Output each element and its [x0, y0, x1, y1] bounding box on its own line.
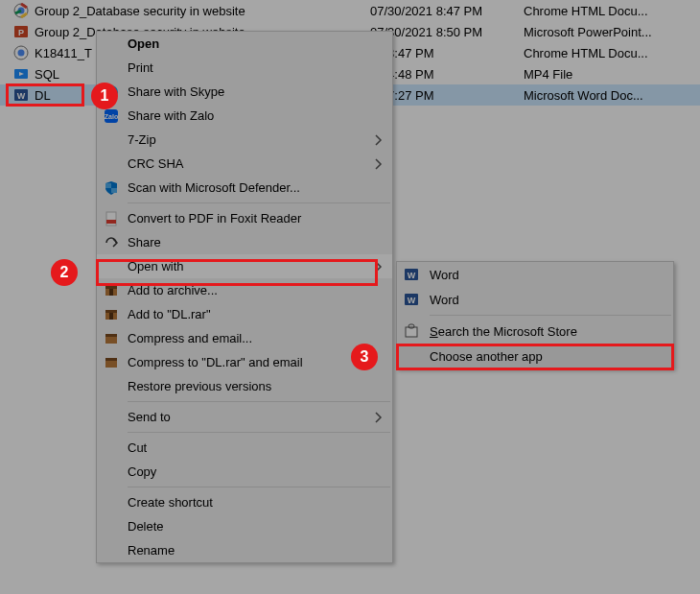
file-date: 21 7:27 PM	[370, 88, 524, 103]
file-type: Microsoft Word Doc...	[524, 88, 696, 103]
ctx-copy[interactable]: Copy	[97, 460, 392, 484]
file-type: MP4 File	[524, 67, 696, 82]
svg-rect-14	[105, 183, 111, 188]
winrar-icon	[103, 306, 120, 323]
file-size: 10	[696, 67, 700, 82]
separator	[128, 401, 390, 402]
share-icon	[103, 234, 120, 251]
file-type: Chrome HTML Docu...	[524, 4, 696, 18]
file-row[interactable]: Group 2_Database security in website 07/…	[0, 0, 700, 21]
context-menu: Open Print SShare with Skype ZaloShare w…	[96, 31, 393, 563]
winrar-icon	[103, 354, 120, 371]
svg-rect-23	[109, 313, 113, 320]
ctx-delete[interactable]: Delete	[97, 514, 392, 538]
video-icon	[13, 66, 29, 82]
winrar-icon	[103, 282, 120, 299]
svg-rect-20	[109, 289, 113, 296]
sub-word-2[interactable]: WWord	[397, 287, 673, 312]
ctx-print[interactable]: Print	[97, 56, 392, 80]
ctx-cut[interactable]: Cut	[97, 436, 392, 460]
ctx-restore[interactable]: Restore previous versions	[97, 374, 392, 398]
separator	[128, 202, 390, 203]
separator	[128, 487, 390, 487]
ctx-open-with[interactable]: Open with	[97, 254, 392, 278]
callout-3: 3	[351, 344, 378, 370]
ctx-compress-dlrar-email[interactable]: Compress to "DL.rar" and email	[97, 350, 392, 374]
svg-text:Zalo: Zalo	[105, 113, 118, 120]
ctx-share[interactable]: Share	[97, 230, 392, 254]
file-date: 07/30/2021 8:47 PM	[370, 4, 524, 18]
file-type: Microsoft PowerPoint...	[524, 25, 696, 39]
word-icon: W	[13, 87, 29, 103]
ctx-create-shortcut[interactable]: Create shortcut	[97, 490, 392, 514]
callout-2: 2	[51, 259, 78, 286]
ctx-7zip[interactable]: 7-Zip	[97, 128, 392, 152]
word-icon: W	[403, 266, 420, 283]
ctx-share-zalo[interactable]: ZaloShare with Zalo	[97, 104, 392, 128]
ctx-share-skype[interactable]: SShare with Skype	[97, 80, 392, 104]
pdf-icon	[103, 210, 120, 227]
ctx-compress-email[interactable]: Compress and email...	[97, 326, 392, 350]
svg-rect-25	[105, 334, 117, 337]
svg-rect-27	[105, 358, 117, 361]
ctx-convert-pdf[interactable]: Convert to PDF in Foxit Reader	[97, 206, 392, 230]
callout-1: 1	[91, 83, 118, 109]
open-with-submenu: WWord WWord Search the Microsoft Store C…	[396, 261, 674, 369]
ctx-add-archive[interactable]: Add to archive...	[97, 278, 392, 302]
word-icon: W	[403, 291, 420, 308]
ctx-add-dlrar[interactable]: Add to "DL.rar"	[97, 302, 392, 326]
svg-rect-17	[106, 220, 116, 224]
chevron-right-icon	[375, 158, 383, 170]
sub-search-store[interactable]: Search the Microsoft Store	[397, 319, 673, 344]
ctx-crcsha[interactable]: CRC SHA	[97, 152, 392, 176]
separator	[128, 432, 390, 433]
zalo-icon: Zalo	[103, 107, 120, 125]
chevron-right-icon	[375, 134, 383, 146]
svg-text:W: W	[17, 91, 26, 101]
sub-choose-another-app[interactable]: Choose another app	[397, 344, 673, 368]
winrar-icon	[103, 330, 120, 347]
file-type: Chrome HTML Docu...	[524, 46, 696, 60]
file-date: 21 8:47 PM	[370, 46, 524, 60]
file-name: Group 2_Database security in website	[35, 4, 370, 18]
store-icon	[403, 322, 420, 340]
svg-text:P: P	[18, 28, 24, 37]
chrome-icon	[13, 3, 29, 18]
chevron-right-icon	[375, 261, 383, 273]
file-date: 07/30/2021 8:50 PM	[370, 25, 524, 39]
svg-text:W: W	[408, 296, 416, 305]
chevron-right-icon	[375, 412, 383, 423]
svg-text:W: W	[408, 271, 416, 280]
sub-word-1[interactable]: WWord	[397, 262, 673, 287]
svg-rect-15	[111, 188, 117, 193]
ctx-rename[interactable]: Rename	[97, 538, 392, 562]
ctx-open[interactable]: Open	[97, 32, 392, 56]
file-date: 21 4:48 PM	[370, 67, 524, 82]
ctx-defender[interactable]: Scan with Microsoft Defender...	[97, 176, 392, 200]
separator	[430, 315, 671, 316]
ctx-send-to[interactable]: Send to	[97, 405, 392, 429]
chrome-icon	[13, 45, 29, 60]
svg-rect-22	[105, 310, 117, 313]
svg-point-5	[18, 50, 25, 57]
svg-rect-19	[105, 286, 117, 289]
powerpoint-icon: P	[13, 24, 29, 39]
shield-icon	[103, 179, 120, 197]
